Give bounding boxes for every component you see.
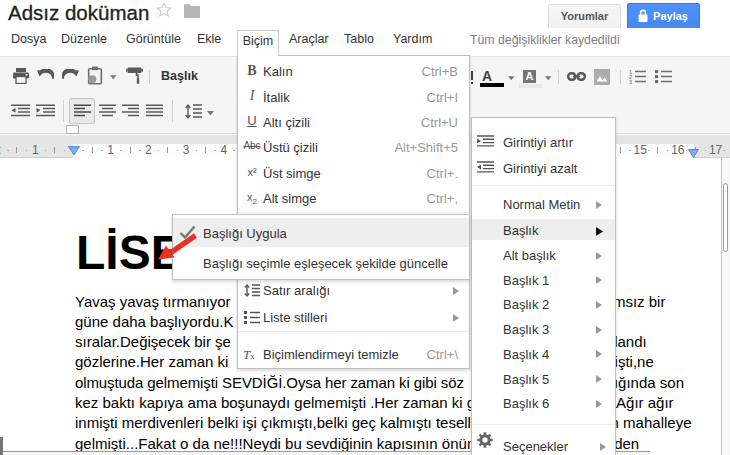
svg-text:3: 3 [629, 79, 632, 84]
